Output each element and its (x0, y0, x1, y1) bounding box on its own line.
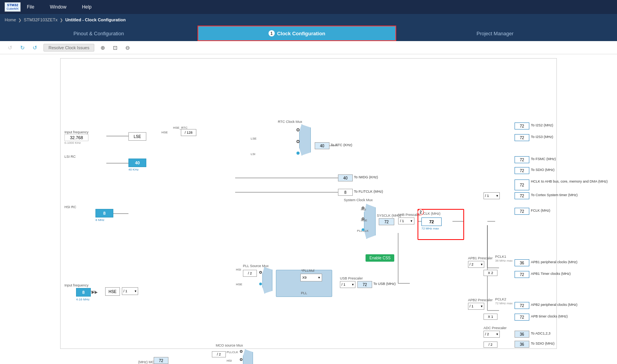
redo-button[interactable]: ↻ (19, 44, 26, 52)
out-fclk-value: 72 (515, 208, 529, 215)
ahb-div-dropdown[interactable]: / 1▾ (398, 217, 414, 224)
apb2-div-dropdown[interactable]: / 1▾ (468, 303, 484, 310)
mco-out-value: 72 (154, 357, 168, 364)
hse-input-label: Input frequency (64, 283, 88, 287)
hclk-label: HCLK (MHz) (421, 212, 440, 216)
fit-button[interactable]: ⊡ (111, 44, 119, 52)
apb2-periph-value: 72 (515, 302, 529, 309)
pll-hsi-div2: / 2 (243, 270, 257, 277)
to-rtc-value: 40 (315, 142, 329, 149)
hsi-unit: 8 MHz (95, 218, 104, 222)
out-i2s3-label: To I2S3 (MHz) (531, 135, 553, 139)
zoom-out-button[interactable]: ⊖ (124, 44, 132, 52)
tab-clock-number: 1 (269, 30, 275, 36)
reset-button[interactable]: ↺ (31, 44, 39, 52)
out-i2s3-value: 72 (515, 134, 529, 141)
to-sdio-label: To SDIO (MHz) (531, 342, 555, 345)
breadcrumb-current[interactable]: Untitled - Clock Configuration (65, 17, 126, 22)
rtc-mux[interactable] (299, 124, 311, 155)
hse-freq-box[interactable]: 8 (76, 288, 91, 297)
apb2-periph-label: APB2 peripheral clocks (MHz) (531, 303, 577, 307)
tab-project[interactable]: Project Manager (396, 26, 594, 41)
tab-project-label: Project Manager (477, 31, 513, 36)
out-i2s2-value: 72 (515, 122, 529, 129)
tab-clock[interactable]: 1 Clock Configuration (198, 26, 397, 41)
sys-radio-hsi[interactable] (362, 207, 364, 209)
lsi-mux-label: LSI (251, 152, 255, 156)
pclk1-label: PCLK1 (495, 255, 506, 259)
input-freq-value[interactable]: 32.768 (64, 134, 88, 141)
to-adc-label: To ADC1,2,3 (531, 331, 551, 335)
pll-mul-dropdown[interactable]: X9▾ (300, 274, 322, 281)
to-iwdg-value: 40 (338, 174, 353, 181)
apb1-prescaler-label: APB1 Prescaler (468, 256, 493, 260)
hclk-max: 72 MHz max (421, 227, 439, 230)
out-sdio-top-label: To SDIO (MHz) (531, 168, 555, 172)
out-hclk-value: 72 (515, 179, 529, 190)
hse-line-label: HSE (161, 131, 168, 134)
enable-css-button[interactable]: Enable CSS (366, 254, 394, 262)
rtc-radio-lsi[interactable] (296, 152, 300, 155)
tab-bar: Pinout & Configuration 1 Clock Configura… (0, 26, 617, 41)
hse-box: HSE (105, 287, 120, 296)
mco-radio-pll[interactable] (240, 350, 243, 353)
out-fclk-label: FCLK (MHz) (531, 209, 550, 212)
out-cortex-value: 72 (515, 192, 529, 199)
apb2-timer-label: APB timer clocks (MHz) (531, 314, 568, 318)
resolve-clock-issues-button[interactable]: Resolve Clock Issues (43, 44, 94, 52)
pll-hsi-label: HSI (236, 268, 241, 271)
tab-pinout[interactable]: Pinout & Configuration (0, 26, 198, 41)
to-iwdg-label: To IWDG (KHz) (354, 175, 378, 179)
rtc-radio-lse[interactable] (296, 140, 300, 143)
adc-value: 36 (515, 331, 529, 338)
menu-help[interactable]: Help (82, 4, 92, 10)
out-fsmc-label: To FSMC (MHz) (531, 157, 556, 161)
hse-div1-dropdown[interactable]: / 1▾ (122, 287, 138, 295)
pll-radio-hse[interactable] (259, 283, 262, 285)
breadcrumb-home[interactable]: Home (5, 17, 16, 22)
apb1-timer-mul: X 2 (484, 270, 497, 276)
pll-label: PLL (301, 291, 307, 295)
usb-value: 72 (357, 281, 372, 288)
mco-radio-hsi[interactable] (240, 358, 243, 361)
sys-mux-label: System Clock Mux (344, 198, 373, 202)
pll-source-mux[interactable] (262, 267, 272, 293)
breadcrumb-device[interactable]: STM32F103ZETx (24, 17, 57, 22)
menu-window[interactable]: Window (50, 4, 66, 10)
breadcrumb-sep-2: ❯ (60, 18, 63, 22)
apb1-div-dropdown[interactable]: / 2▾ (468, 261, 484, 268)
rtc-radio-hse[interactable] (296, 128, 300, 131)
undo-button[interactable]: ↺ (6, 44, 14, 52)
clock-diagram: Input frequency 32.768 0-1000 KHz LSE LS… (60, 58, 557, 349)
sys-radio-hse[interactable] (362, 217, 364, 220)
lsi-rc-label: LSI RC (64, 155, 76, 159)
mco-pll-div2: / 2 (212, 351, 226, 357)
apb2-prescaler-label: APB2 Prescaler (468, 298, 493, 302)
sys-radio-pll[interactable] (362, 228, 364, 231)
hclk-value[interactable]: 72 (421, 217, 442, 226)
pll-radio-hsi[interactable] (259, 271, 262, 274)
lsi-box[interactable]: 40 (128, 159, 146, 167)
hsi-box[interactable]: 8 (95, 209, 113, 217)
mco-hsi-label: HSI (227, 359, 232, 362)
sdio-div: / 2 (484, 342, 497, 348)
tab-pinout-label: Pinout & Configuration (73, 31, 124, 36)
menu-file[interactable]: File (27, 4, 34, 10)
lse-mux-label: LSE (251, 137, 257, 140)
adc-prescaler-label: ADC Prescaler (484, 326, 507, 330)
pll-hse-label: HSE (236, 283, 242, 286)
hse-rtc-label: HSE_RTC (173, 126, 187, 129)
to-flitclk-value: 8 (338, 189, 353, 196)
adc-div-dropdown[interactable]: / 2▾ (484, 331, 500, 338)
rtc-mux-label: RTC Clock Mux (278, 120, 302, 124)
to-rtc-label: To RTC (KHz) (331, 143, 352, 147)
cortex-div-dropdown[interactable]: / 1▾ (484, 192, 500, 199)
mco-pllclk-label: PLLCLK (227, 350, 238, 354)
apb2-timer-mul: X 1 (484, 314, 497, 320)
input-freq-label: Input frequency 32.768 0-1000 KHz (64, 130, 88, 145)
mco-mux[interactable] (243, 349, 253, 364)
zoom-in-button[interactable]: ⊕ (99, 44, 107, 52)
pclk1-max: 36 MHz max (495, 259, 513, 262)
usb-div-dropdown[interactable]: / 1▾ (340, 281, 355, 288)
lse-box: LSE (128, 132, 146, 141)
